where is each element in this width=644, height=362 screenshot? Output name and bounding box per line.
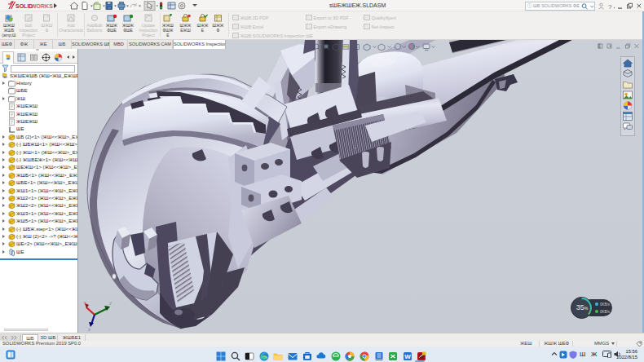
svg-text:y: y: [109, 300, 112, 305]
svg-text:WORKS: WORKS: [31, 3, 53, 9]
svg-text:W: W: [404, 353, 411, 360]
svg-text:z: z: [88, 327, 90, 332]
svg-text:x: x: [84, 300, 86, 305]
svg-text:?: ?: [608, 3, 612, 11]
